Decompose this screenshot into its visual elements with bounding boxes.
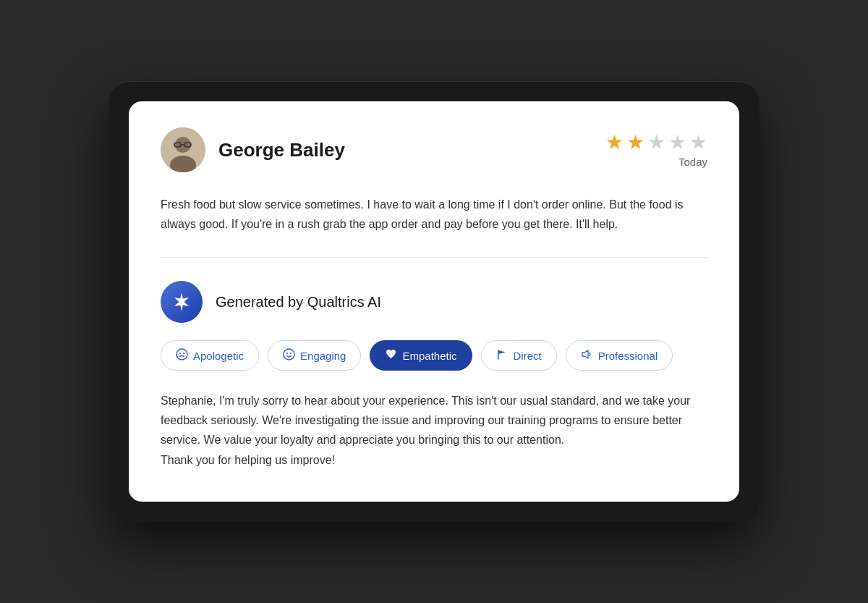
star-2: ★ <box>626 132 644 153</box>
tone-btn-apologetic[interactable]: Apologetic <box>161 340 259 371</box>
svg-point-9 <box>284 349 294 360</box>
rating-section: ★ ★ ★ ★ ★ Today <box>605 132 707 168</box>
svg-point-7 <box>179 353 181 354</box>
star-rating: ★ ★ ★ ★ ★ <box>605 132 707 153</box>
tone-btn-engaging[interactable]: Engaging <box>268 340 361 371</box>
section-divider <box>161 257 707 258</box>
review-text: Fresh food but slow service sometimes. I… <box>161 195 707 234</box>
star-1: ★ <box>605 132 624 153</box>
direct-label: Direct <box>514 350 542 362</box>
tone-btn-direct[interactable]: Direct <box>481 340 557 371</box>
ai-icon <box>161 281 203 323</box>
engaging-label: Engaging <box>300 350 346 362</box>
svg-point-6 <box>176 349 187 360</box>
direct-icon <box>496 348 509 363</box>
svg-point-10 <box>286 353 288 354</box>
star-4: ★ <box>668 132 686 153</box>
professional-icon <box>581 348 593 363</box>
review-date: Today <box>605 156 707 168</box>
star-5: ★ <box>689 132 707 153</box>
engaging-icon <box>283 348 295 363</box>
tone-btn-empathetic[interactable]: Empathetic <box>370 340 472 371</box>
avatar <box>161 127 205 172</box>
professional-label: Professional <box>598 350 658 362</box>
review-card: George Bailey ★ ★ ★ ★ ★ Today Fresh food… <box>129 101 739 502</box>
ai-section-header: Generated by Qualtrics AI <box>161 281 707 323</box>
tone-buttons-container: Apologetic Engaging <box>161 340 707 371</box>
empathetic-label: Empathetic <box>402 350 456 362</box>
apologetic-icon <box>176 348 188 363</box>
user-info: George Bailey <box>161 127 345 172</box>
card-header: George Bailey ★ ★ ★ ★ ★ Today <box>161 127 707 172</box>
star-3: ★ <box>647 132 665 153</box>
empathetic-icon <box>385 348 397 363</box>
svg-point-8 <box>183 353 184 354</box>
svg-point-11 <box>290 353 292 354</box>
user-name: George Bailey <box>218 139 345 161</box>
apologetic-label: Apologetic <box>193 350 244 362</box>
tone-btn-professional[interactable]: Professional <box>566 340 673 371</box>
ai-label: Generated by Qualtrics AI <box>216 294 381 311</box>
device-frame: George Bailey ★ ★ ★ ★ ★ Today Fresh food… <box>109 81 760 522</box>
generated-response: Stephanie, I'm truly sorry to hear about… <box>161 391 707 470</box>
